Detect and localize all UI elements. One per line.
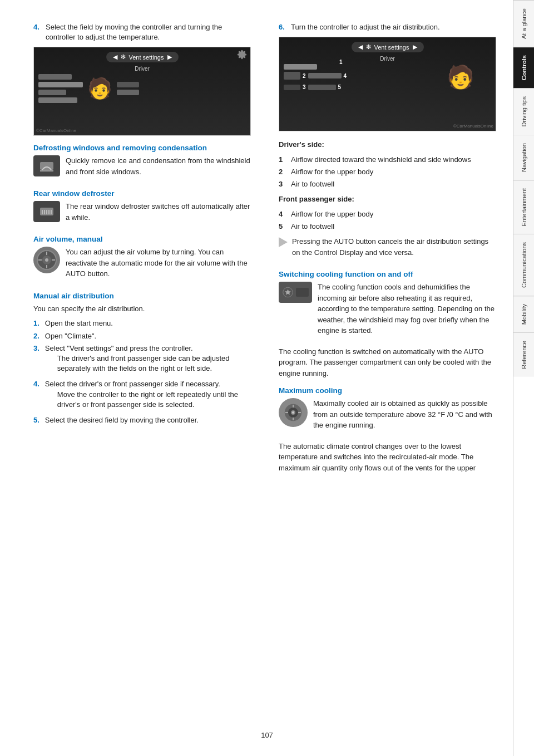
bar-row-3: 3 5 xyxy=(284,84,347,90)
manual-step-2-num: 2. xyxy=(33,331,39,341)
max-cooling-icon xyxy=(279,398,308,427)
step-6-number: 6. xyxy=(279,22,291,32)
step-6-text: Turn the controller to adjust the air di… xyxy=(291,22,496,32)
manual-step-5-text: Select the desired field by moving the c… xyxy=(45,415,199,425)
manual-step-2: 2. Open "Climate". xyxy=(33,331,251,341)
watermark-left-1: ©CarManualsOnline xyxy=(36,128,76,133)
defrosting-text: Quickly remove ice and condensation from… xyxy=(66,155,251,177)
vent-header-1: ◀ ❇ Vent settings ▶ xyxy=(106,52,179,62)
vent-arrow-left: ◀ xyxy=(113,53,117,61)
bar-row-2: 2 4 xyxy=(284,72,347,80)
max-cooling-text1: Maximally cooled air is obtained as quic… xyxy=(313,398,496,431)
manual-step-5-num: 5. xyxy=(33,415,39,425)
bar-2 xyxy=(38,82,83,87)
manual-step-4: 4. Select the driver's or front passenge… xyxy=(33,379,251,413)
manual-step-1-text: Open the start menu. xyxy=(45,318,113,328)
vent-icon: ❇ xyxy=(121,53,126,61)
sidebar-tab-communications[interactable]: Communications xyxy=(513,234,534,296)
minus-bar xyxy=(296,288,309,297)
rear-window-row: The rear window defroster switches off a… xyxy=(33,201,251,227)
watermark-right: ©CarManualsOnline xyxy=(453,124,493,129)
svg-rect-1 xyxy=(40,162,53,170)
vent-title: Vent settings xyxy=(129,54,164,61)
sidebar-tab-driving-tips[interactable]: Driving tips xyxy=(513,88,534,134)
sidebar-tab-navigation[interactable]: Navigation xyxy=(513,135,534,180)
ds-text-1: Airflow directed toward the windshield a… xyxy=(291,155,471,165)
vent-driver-label: Driver xyxy=(135,66,150,72)
svg-point-11 xyxy=(45,258,48,262)
manual-air-heading: Manual air distribution xyxy=(33,292,251,300)
air-volume-heading: Air volume, manual xyxy=(33,235,251,243)
ds-item-1: 1 Airflow directed toward the windshield… xyxy=(279,155,496,165)
page-number: 107 xyxy=(261,731,273,739)
manual-step-3: 3. Select "Vent settings" and press the … xyxy=(33,343,251,377)
manual-step-3-note: The driver's and front passenger side ca… xyxy=(57,354,251,374)
manual-step-4-content: Select the driver's or front passenger s… xyxy=(45,379,251,413)
screenshot-1: ◀ ❇ Vent settings ▶ Driver 🧑 xyxy=(33,47,251,136)
bar-1 xyxy=(38,74,72,80)
fp-text-4: Airflow for the upper body xyxy=(291,209,373,219)
right-bars xyxy=(117,82,139,95)
max-cooling-heading: Maximum cooling xyxy=(279,386,496,395)
ds-num-3: 3 xyxy=(279,179,288,189)
sidebar-tab-controls[interactable]: Controls xyxy=(513,47,534,88)
svg-point-20 xyxy=(292,411,294,414)
num-label-2: 2 xyxy=(303,73,306,79)
person-figure-2: 🧑 xyxy=(447,64,474,90)
fp-num-5: 5 xyxy=(279,222,288,232)
bar-2-2b xyxy=(308,73,342,78)
num-label-5: 5 xyxy=(338,84,342,90)
rear-window-text: The rear window defroster switches off a… xyxy=(66,201,251,223)
sidebar-tab-at-a-glance[interactable]: At a glance xyxy=(513,0,534,47)
rear-defroster-icon xyxy=(33,201,60,222)
main-content: 4. Select the field by moving the contro… xyxy=(0,0,513,756)
bar-2-2a xyxy=(284,72,300,80)
ds-item-3: 3 Air to footwell xyxy=(279,179,496,189)
defrosting-row: Quickly remove ice and condensation from… xyxy=(33,155,251,181)
right-bar-1 xyxy=(117,82,139,87)
vent-arrow-left-2: ◀ xyxy=(358,43,363,51)
sidebar-tab-reference[interactable]: Reference xyxy=(513,332,534,377)
manual-step-1-num: 1. xyxy=(33,318,39,328)
drivers-side-label: Driver's side: xyxy=(279,139,496,150)
vent-icon-2: ❇ xyxy=(366,43,371,51)
ds-item-2: 2 Airflow for the upper body xyxy=(279,167,496,177)
bar-2-3b xyxy=(308,85,336,90)
cooling-text2: The cooling function is switched on auto… xyxy=(279,346,496,379)
sidebar-tab-entertainment[interactable]: Entertainment xyxy=(513,180,534,234)
bar-2-1 xyxy=(284,64,317,70)
bar-3 xyxy=(38,90,66,95)
step-4-row: 4. Select the field by moving the contro… xyxy=(33,22,251,42)
settings-icon-1 xyxy=(237,50,247,61)
screen-bars-2: 2 4 3 5 xyxy=(284,64,347,90)
air-volume-row: You can adjust the air volume by turning… xyxy=(33,247,251,284)
air-volume-icon xyxy=(33,247,60,273)
max-cooling-text2: The automatic climate control changes ov… xyxy=(279,441,496,474)
screen-bars xyxy=(38,74,83,103)
fp-item-4: 4 Airflow for the upper body xyxy=(279,209,496,219)
step-4-text: Select the field by moving the controlle… xyxy=(46,22,251,42)
auto-note-text: Pressing the AUTO button cancels the air… xyxy=(292,236,496,258)
screenshot-2: ◀ ❇ Vent settings ▶ Driver 2 4 xyxy=(279,37,496,131)
fp-item-5: 5 Air to footwell xyxy=(279,222,496,232)
screen-content-2: 2 4 3 5 1 🧑 xyxy=(284,64,491,126)
manual-step-3-num: 3. xyxy=(33,343,39,377)
sidebar-tab-mobility[interactable]: Mobility xyxy=(513,296,534,332)
manual-air-intro: You can specify the air distribution. xyxy=(33,303,251,315)
right-bar-2 xyxy=(117,90,139,95)
vent-arrow-right: ▶ xyxy=(167,53,172,61)
fp-num-4: 4 xyxy=(279,209,288,219)
drivers-side-list: 1 Airflow directed toward the windshield… xyxy=(279,155,496,190)
manual-step-4-text: Select the driver's or front passenger s… xyxy=(45,380,220,388)
bar-4 xyxy=(38,97,77,103)
cooling-icon xyxy=(279,282,312,303)
front-passenger-list: 4 Airflow for the upper body 5 Air to fo… xyxy=(279,209,496,232)
step-6-row: 6. Turn the controller to adjust the air… xyxy=(279,22,496,32)
vent-num-1: 1 xyxy=(339,58,343,65)
person-figure: 🧑 xyxy=(87,77,112,100)
ds-text-2: Airflow for the upper body xyxy=(291,167,373,177)
num-label-3: 3 xyxy=(303,84,306,90)
switching-cooling-heading: Switching cooling function on and off xyxy=(279,270,496,278)
manual-step-3-content: Select "Vent settings" and press the con… xyxy=(45,343,251,377)
defrosting-heading: Defrosting windows and removing condensa… xyxy=(33,144,251,152)
